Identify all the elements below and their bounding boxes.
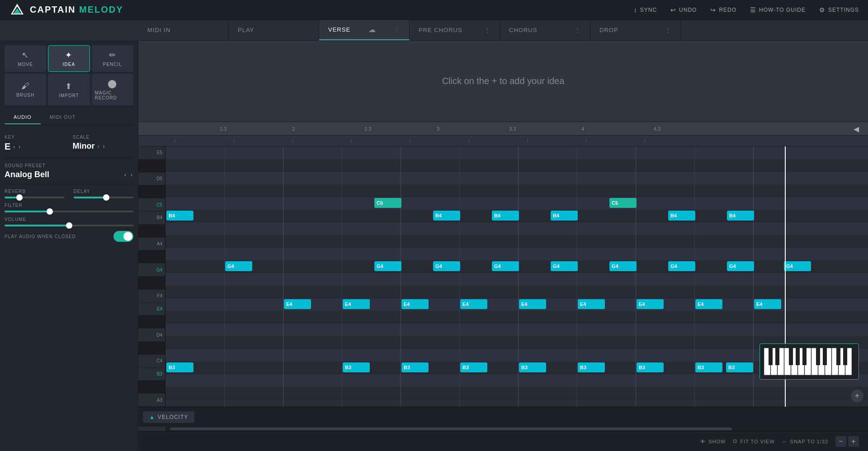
key-a3[interactable]: A3 [138,394,165,407]
drop-more-icon[interactable]: ⋮ [665,27,671,33]
tab-play[interactable]: PLAY [229,20,319,40]
key-gs4[interactable] [138,250,165,263]
note-b3-1[interactable]: B3 [166,362,193,372]
delay-slider[interactable] [74,197,134,198]
volume-thumb[interactable] [66,222,72,229]
note-b4-5[interactable]: B4 [668,211,695,221]
key-b4[interactable]: B4 [138,211,165,225]
key-e4[interactable]: E4 [138,303,165,316]
key-d4[interactable]: D4 [138,329,165,342]
note-b3-8[interactable]: B3 [695,362,722,372]
undo-button[interactable]: ↩ UNDO [670,6,697,14]
key-f4[interactable]: F4 [138,290,165,303]
zoom-out-button[interactable]: − [835,436,846,447]
preset-next-button[interactable]: › [130,171,133,179]
note-b3-7[interactable]: B3 [637,362,664,372]
zoom-in-button[interactable]: + [848,436,859,447]
midi-out-tab[interactable]: MIDI OUT [41,111,85,124]
pencil-tool[interactable]: ✏ PENCIL [92,45,133,72]
tab-midi-in[interactable]: MIDI IN [138,20,229,40]
redo-button[interactable]: ↪ REDO [710,6,736,14]
key-c5[interactable]: C5 [138,198,165,211]
snap-button[interactable]: ↔ SNAP TO 1/32 [782,439,828,444]
move-tool[interactable]: ↖ MOVE [5,45,46,72]
delay-thumb[interactable] [103,194,109,201]
key-prev-button[interactable]: ‹ [12,143,16,151]
note-g4-4[interactable]: G4 [492,261,519,271]
show-button[interactable]: 👁 SHOW [700,439,726,444]
scale-prev-button[interactable]: ‹ [97,142,100,150]
note-e4-5[interactable]: E4 [519,299,546,309]
note-e4-7[interactable]: E4 [637,299,664,309]
sync-button[interactable]: ↕ SYNC [634,6,657,14]
note-b3-2[interactable]: B3 [343,362,370,372]
note-b3-6[interactable]: B3 [578,362,605,372]
key-d5w[interactable]: D5 [138,173,165,186]
note-g4-3[interactable]: G4 [433,261,460,271]
verse-more-icon[interactable]: ⋮ [394,26,400,33]
tab-drop[interactable]: DROP ⋮ [590,20,681,40]
key-c4[interactable]: C4 [138,355,165,368]
note-e4-2[interactable]: E4 [343,299,370,309]
tab-verse[interactable]: VERSE ☁ ⋮ [319,20,410,40]
note-g4-7[interactable]: G4 [668,261,695,271]
note-e4-9[interactable]: E4 [754,299,781,309]
note-e4-1[interactable]: E4 [284,299,311,309]
note-g4-5[interactable]: G4 [551,261,578,271]
how-to-guide-button[interactable]: ☰ HOW-TO GUIDE [750,6,806,14]
key-cs5[interactable] [138,185,165,198]
key-ds4[interactable] [138,315,165,329]
note-b4-4[interactable]: B4 [551,211,578,221]
note-g4-8[interactable]: G4 [727,261,754,271]
key-d5[interactable] [138,160,165,173]
note-b3-9[interactable]: B3 [726,362,753,372]
note-b4-1[interactable]: B4 [166,211,193,221]
note-b4-3[interactable]: B4 [492,211,519,221]
note-b3-3[interactable]: B3 [401,362,429,372]
reverb-thumb[interactable] [16,194,23,201]
key-b3[interactable]: B3 [138,368,165,381]
note-b4-6[interactable]: B4 [727,211,754,221]
key-g4[interactable]: G4 [138,263,165,277]
note-g4-9[interactable]: G4 [784,261,811,271]
idea-tool[interactable]: ✦ IDEA [48,45,90,72]
note-c5-1[interactable]: C5 [374,198,401,208]
note-g4-6[interactable]: G4 [609,261,637,271]
key-e5[interactable]: E5 [138,146,165,160]
velocity-button[interactable]: ▲ VELOCITY [143,411,194,423]
key-cs4[interactable] [138,342,165,355]
magic-record-tool[interactable]: ⬤ MAGIC RECORD [92,74,133,105]
filter-slider[interactable] [5,211,133,212]
audio-tab[interactable]: AUDIO [5,111,41,124]
note-e4-3[interactable]: E4 [401,299,429,309]
chorus-more-icon[interactable]: ⋮ [575,27,581,33]
preset-prev-button[interactable]: ‹ [123,171,127,179]
key-bb4[interactable] [138,225,165,238]
add-note-button[interactable]: + [851,390,863,402]
filter-thumb[interactable] [47,208,53,215]
h-scrollbar-track[interactable] [170,428,732,430]
key-bb3[interactable] [138,381,165,394]
pre-chorus-more-icon[interactable]: ⋮ [484,27,491,33]
note-b4-2[interactable]: B4 [433,211,460,221]
grid-area[interactable]: B4 B4 B4 B4 B4 B4 C5 C5 G4 G4 G4 G4 G4 G… [165,146,868,407]
tab-chorus[interactable]: CHORUS ⋮ [500,20,590,40]
note-g4-1[interactable]: G4 [225,261,252,271]
note-b3-5[interactable]: B3 [519,362,546,372]
volume-slider[interactable] [5,225,133,226]
tab-pre-chorus[interactable]: PRE CHORUS ⋮ [410,20,500,40]
reverb-slider[interactable] [5,197,65,198]
note-b3-4[interactable]: B3 [460,362,487,372]
note-e4-4[interactable]: E4 [460,299,487,309]
note-g4-2[interactable]: G4 [374,261,401,271]
scale-next-button[interactable]: › [102,142,106,150]
key-a4[interactable]: A4 [138,238,165,251]
key-next-button[interactable]: › [18,143,21,151]
fit-to-view-button[interactable]: ⊡ FIT TO VIEW [733,438,774,444]
settings-button[interactable]: ⚙ SETTINGS [819,6,859,14]
key-fs4[interactable] [138,277,165,290]
play-audio-toggle[interactable] [113,231,133,242]
note-e4-8[interactable]: E4 [695,299,722,309]
note-e4-6[interactable]: E4 [578,299,605,309]
import-tool[interactable]: ⬆ IMPORT [48,74,90,105]
